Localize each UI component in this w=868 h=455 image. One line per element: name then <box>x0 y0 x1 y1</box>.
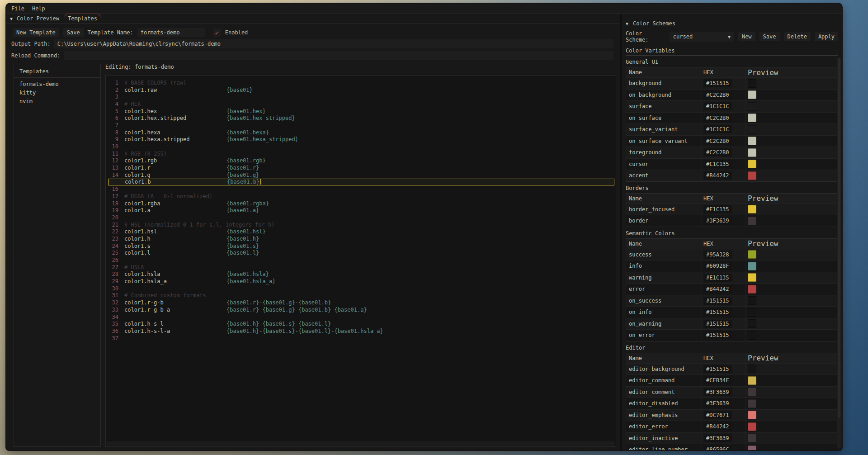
hex-input-editor-line-number[interactable]: #86596C <box>703 446 732 450</box>
editor-line-36[interactable]: 36color1.h-s-l-a{base01.h}-{base01.s}-{b… <box>106 327 616 335</box>
color-swatch-on-error[interactable] <box>748 331 756 340</box>
editor-line-23[interactable]: 23color1.h{base01.h} <box>106 235 616 242</box>
color-swatch-editor-command[interactable] <box>748 376 756 385</box>
editor-line-7[interactable]: 7 <box>106 122 616 129</box>
editor-line-22[interactable]: 22color1.hsl{base01.hsl} <box>106 228 616 235</box>
editor-line-11[interactable]: 11# RGB (0-255) <box>106 150 616 157</box>
editor-line-26[interactable]: 26 <box>106 256 616 264</box>
color-swatch-background[interactable] <box>748 79 756 88</box>
hex-input-border[interactable]: #3F3639 <box>703 217 732 225</box>
hex-input-cursor[interactable]: #E1C135 <box>703 160 732 168</box>
save-template-button[interactable]: Save <box>63 28 84 37</box>
color-swatch-border[interactable] <box>748 217 756 225</box>
editor-line-33[interactable]: 33color1.r-g-b-a{base01.r}-{base01.g}-{b… <box>106 306 616 313</box>
editor-line-34[interactable]: 34 <box>106 313 616 321</box>
hex-input-background[interactable]: #151515 <box>703 79 732 87</box>
color-swatch-editor-inactive[interactable] <box>748 434 756 442</box>
menu-item-help[interactable]: Help <box>32 5 45 12</box>
editor-line-31[interactable]: 31# Combined custom formats <box>106 292 616 299</box>
editor-line-5[interactable]: 5color1.hex{base01.hex} <box>106 108 616 115</box>
tab-templates[interactable]: Templates <box>65 14 100 23</box>
window-title-color-preview[interactable]: Color Preview <box>17 15 59 22</box>
editor-line-37[interactable]: 37 <box>106 335 616 342</box>
editor-line-32[interactable]: 32color1.r-g-b{base01.r}-{base01.g}-{bas… <box>106 299 616 306</box>
hex-input-editor-inactive[interactable]: #3F3639 <box>703 434 732 442</box>
color-scheme-combo[interactable]: cursed ▼ <box>670 32 734 42</box>
editor-line-35[interactable]: 35color1.h-s-l{base01.h}-{base01.s}-{bas… <box>106 320 616 327</box>
color-swatch-foreground[interactable] <box>748 148 756 157</box>
enabled-checkbox[interactable]: ✔ <box>213 28 221 37</box>
hex-input-border-focused[interactable]: #E1C135 <box>703 205 732 213</box>
hex-input-editor-background[interactable]: #151515 <box>703 365 732 373</box>
editor-line-30[interactable]: 30 <box>106 285 616 292</box>
hex-input-foreground[interactable]: #C2C2B0 <box>703 148 732 156</box>
editor-line-12[interactable]: 12color1.rgb{base01.rgb} <box>106 157 616 165</box>
collapse-arrow-icon[interactable]: ▼ <box>10 16 13 21</box>
hex-input-accent[interactable]: #B44242 <box>703 171 732 180</box>
editor-line-10[interactable]: 10 <box>106 143 616 150</box>
editor-line-29[interactable]: 29color1.hsla_a{base01.hsla_a} <box>106 278 616 285</box>
color-swatch-surface-variant[interactable] <box>748 125 756 134</box>
template-name-input[interactable]: formats-demo <box>137 28 205 37</box>
output-path-input[interactable]: C:\Users\user\AppData\Roaming\clrsync\fo… <box>54 39 613 48</box>
hex-input-editor-comment[interactable]: #3F3639 <box>703 388 732 396</box>
template-list-item-formats-demo[interactable]: formats-demo <box>14 80 100 89</box>
new-scheme-button[interactable]: New <box>738 32 755 41</box>
hex-input-editor-command[interactable]: #CEB34F <box>703 376 732 384</box>
editor-line-28[interactable]: 28color1.hsla{base01.hsla} <box>106 271 616 278</box>
editor-line-8[interactable]: 8color1.hexa{base01.hexa} <box>106 129 616 136</box>
editor-line-18[interactable]: 18color1.rgba{base01.rgba} <box>106 200 616 207</box>
template-editor[interactable]: 1# BASE COLORS (raw)2color1.raw{base01}3… <box>105 75 616 447</box>
collapse-arrow-icon[interactable]: ▼ <box>626 21 628 26</box>
editor-line-4[interactable]: 4# HEX <box>106 100 616 108</box>
color-swatch-on-background[interactable] <box>748 90 756 99</box>
hex-input-surface-variant[interactable]: #1C1C1C <box>703 125 732 133</box>
hex-input-success[interactable]: #95A328 <box>703 251 732 259</box>
reload-command-input[interactable] <box>64 51 613 60</box>
editor-line-21[interactable]: 21# HSL (normalized 0-1 for s,l, integer… <box>106 221 616 228</box>
new-template-button[interactable]: New Template <box>13 28 59 37</box>
hex-input-on-success[interactable]: #151515 <box>703 297 732 305</box>
hex-input-surface[interactable]: #1C1C1C <box>703 102 732 110</box>
hex-input-on-info[interactable]: #151515 <box>703 308 732 316</box>
scrollbar-thumb[interactable] <box>838 58 840 418</box>
color-swatch-success[interactable] <box>748 250 756 259</box>
color-swatch-surface[interactable] <box>748 102 756 111</box>
color-swatch-on-success[interactable] <box>748 296 756 305</box>
editor-line-2[interactable]: 2color1.raw{base01} <box>106 86 616 94</box>
hex-input-info[interactable]: #60928F <box>703 262 732 270</box>
color-swatch-on-info[interactable] <box>748 308 756 317</box>
color-swatch-info[interactable] <box>748 262 756 270</box>
editor-line-24[interactable]: 24color1.s{base01.s} <box>106 242 616 250</box>
hex-input-on-background[interactable]: #C2C2B0 <box>703 91 732 99</box>
color-swatch-on-surface-varuant[interactable] <box>748 137 756 145</box>
menu-item-file[interactable]: File <box>11 5 24 12</box>
color-swatch-error[interactable] <box>748 285 756 294</box>
editor-line-14[interactable]: 14color1.g{base01.g} <box>106 171 616 179</box>
hex-input-on-warning[interactable]: #151515 <box>703 320 732 328</box>
editor-line-17[interactable]: 17# RGBA (A = 0-1 normalized) <box>106 193 616 200</box>
hex-input-editor-emphasis[interactable]: #DC7671 <box>703 411 732 419</box>
editor-line-9[interactable]: 9color1.hexa.stripped{base01.hexa_stripp… <box>106 136 616 143</box>
template-list-item-kitty[interactable]: kitty <box>14 89 100 97</box>
hex-input-warning[interactable]: #E1C135 <box>703 274 732 282</box>
editor-line-13[interactable]: 13color1.r{base01.r} <box>106 164 616 171</box>
editor-line-20[interactable]: 20 <box>106 214 616 221</box>
delete-scheme-button[interactable]: Delete <box>784 32 811 41</box>
hex-input-on-error[interactable]: #151515 <box>703 331 732 339</box>
color-swatch-editor-emphasis[interactable] <box>748 411 756 419</box>
color-swatch-editor-disabled[interactable] <box>748 399 756 408</box>
editor-line-27[interactable]: 27# HSLA <box>106 264 616 271</box>
color-swatch-accent[interactable] <box>748 171 756 180</box>
color-swatch-editor-background[interactable] <box>748 365 756 373</box>
color-swatch-cursor[interactable] <box>748 160 756 168</box>
template-list-item-nvim[interactable]: nvim <box>14 97 100 106</box>
color-swatch-editor-error[interactable] <box>748 422 756 431</box>
hex-input-editor-error[interactable]: #B44242 <box>703 422 732 431</box>
hex-input-error[interactable]: #B44242 <box>703 285 732 293</box>
color-swatch-editor-comment[interactable] <box>748 388 756 396</box>
color-swatch-editor-line-number[interactable] <box>748 446 756 450</box>
editor-line-1[interactable]: 1# BASE COLORS (raw) <box>106 79 616 86</box>
editor-line-19[interactable]: 19color1.a{base01.a} <box>106 207 616 214</box>
color-swatch-on-warning[interactable] <box>748 319 756 328</box>
